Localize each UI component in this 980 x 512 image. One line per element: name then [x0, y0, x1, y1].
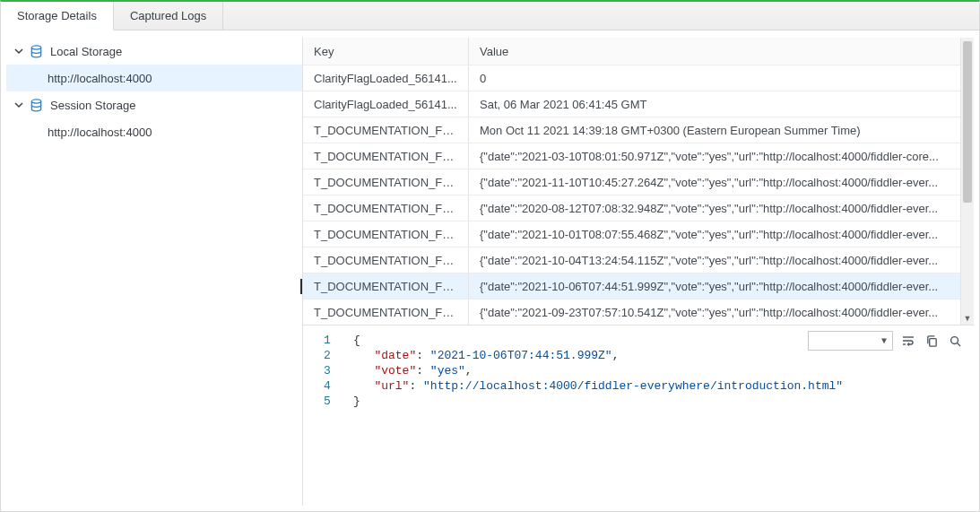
svg-point-3	[950, 336, 958, 343]
json-preview: 1 2 3 4 5 { "date": "2021-10-06T07:44:51…	[303, 325, 974, 506]
right-pane: Key Value ClarityFlagLoaded_56141...0Cla…	[302, 38, 974, 506]
copy-icon[interactable]	[924, 333, 940, 349]
cell-key: T_DOCUMENTATION_FE...	[303, 117, 469, 143]
table-row[interactable]: T_DOCUMENTATION_FE...{"date":"2021-10-06…	[303, 273, 960, 299]
tree-item-local-origin[interactable]: http://localhost:4000	[6, 65, 302, 91]
line-number: 1	[303, 333, 351, 348]
json-content[interactable]: { "date": "2021-10-06T07:44:51.999Z", "v…	[351, 331, 974, 506]
cell-value: Mon Oct 11 2021 14:39:18 GMT+0300 (Easte…	[469, 117, 960, 143]
cell-key: T_DOCUMENTATION_FE...	[303, 169, 469, 195]
cell-key: T_DOCUMENTATION_FE...	[303, 221, 469, 247]
tree-node-local-storage[interactable]: Local Storage	[6, 38, 302, 65]
cell-value: {"date":"2021-11-10T10:45:27.264Z","vote…	[469, 169, 960, 195]
cell-key: T_DOCUMENTATION_FE...	[303, 247, 469, 273]
cell-value: {"date":"2021-10-06T07:44:51.999Z","vote…	[469, 273, 960, 299]
table-row[interactable]: ClarityFlagLoaded_56141...0	[303, 65, 960, 91]
tab-label: Captured Logs	[130, 9, 206, 22]
chevron-down-icon	[13, 100, 24, 109]
search-icon[interactable]	[947, 333, 963, 349]
chevron-down-icon	[13, 47, 24, 56]
cell-key: T_DOCUMENTATION_FE...	[303, 273, 469, 299]
tab-label: Storage Details	[17, 9, 97, 22]
workspace: Local Storage http://localhost:4000 Sess…	[0, 30, 980, 512]
cell-value: 0	[469, 65, 960, 91]
svg-point-1	[31, 99, 40, 102]
tab-bar: Storage Details Captured Logs	[0, 0, 980, 30]
kv-table-wrap: Key Value ClarityFlagLoaded_56141...0Cla…	[303, 38, 974, 325]
json-gutter: 1 2 3 4 5	[303, 331, 351, 506]
tree-item-label: http://localhost:4000	[48, 72, 152, 85]
database-icon	[30, 99, 43, 112]
table-row[interactable]: T_DOCUMENTATION_FE...{"date":"2021-11-10…	[303, 169, 960, 195]
table-row[interactable]: T_DOCUMENTATION_FE...{"date":"2021-10-01…	[303, 221, 960, 247]
tab-captured-logs[interactable]: Captured Logs	[114, 2, 223, 30]
line-number: 4	[303, 378, 351, 394]
cell-key: T_DOCUMENTATION_FE...	[303, 299, 469, 325]
cell-value: Sat, 06 Mar 2021 06:41:45 GMT	[469, 91, 960, 117]
kv-table: Key Value ClarityFlagLoaded_56141...0Cla…	[303, 38, 960, 325]
svg-point-0	[31, 45, 40, 48]
format-dropdown[interactable]: ▼	[808, 331, 893, 351]
cell-value: {"date":"2021-09-23T07:57:10.541Z","vote…	[469, 299, 960, 325]
kv-header: Key Value	[303, 38, 960, 65]
database-icon	[30, 45, 43, 58]
tree-node-label: Local Storage	[50, 45, 122, 58]
scrollbar-thumb[interactable]	[963, 41, 972, 203]
table-row[interactable]: T_DOCUMENTATION_FE...{"date":"2020-08-12…	[303, 195, 960, 221]
table-row[interactable]: T_DOCUMENTATION_FE...{"date":"2021-03-10…	[303, 143, 960, 169]
column-header-value[interactable]: Value	[469, 38, 960, 65]
tab-storage-details[interactable]: Storage Details	[1, 2, 114, 30]
svg-rect-2	[929, 338, 936, 345]
json-toolbar: ▼	[808, 331, 963, 351]
line-number: 3	[303, 363, 351, 378]
line-number: 5	[303, 394, 351, 409]
cell-value: {"date":"2021-03-10T08:01:50.971Z","vote…	[469, 143, 960, 169]
column-header-key[interactable]: Key	[303, 38, 469, 65]
cell-value: {"date":"2020-08-12T07:08:32.948Z","vote…	[469, 195, 960, 221]
cell-value: {"date":"2021-10-01T08:07:55.468Z","vote…	[469, 221, 960, 247]
cell-key: ClarityFlagLoaded_56141...	[303, 65, 469, 91]
tree-node-label: Session Storage	[50, 99, 135, 112]
table-row[interactable]: ClarityFlagLoaded_56141...Sat, 06 Mar 20…	[303, 91, 960, 117]
cell-value: {"date":"2021-10-04T13:24:54.115Z","vote…	[469, 247, 960, 273]
tree-node-session-storage[interactable]: Session Storage	[6, 91, 302, 118]
tree-item-session-origin[interactable]: http://localhost:4000	[6, 118, 302, 145]
line-number: 2	[303, 348, 351, 363]
scrollbar-down-arrow[interactable]: ▼	[961, 311, 974, 325]
table-row[interactable]: T_DOCUMENTATION_FE...{"date":"2021-10-04…	[303, 247, 960, 273]
storage-tree: Local Storage http://localhost:4000 Sess…	[6, 38, 302, 506]
word-wrap-icon[interactable]	[900, 333, 916, 349]
cell-key: T_DOCUMENTATION_FE...	[303, 143, 469, 169]
vertical-scrollbar[interactable]: ▼	[960, 38, 974, 325]
table-row[interactable]: T_DOCUMENTATION_FE...Mon Oct 11 2021 14:…	[303, 117, 960, 143]
cell-key: ClarityFlagLoaded_56141...	[303, 91, 469, 117]
cell-key: T_DOCUMENTATION_FE...	[303, 195, 469, 221]
tree-item-label: http://localhost:4000	[48, 126, 152, 139]
table-row[interactable]: T_DOCUMENTATION_FE...{"date":"2021-09-23…	[303, 299, 960, 325]
